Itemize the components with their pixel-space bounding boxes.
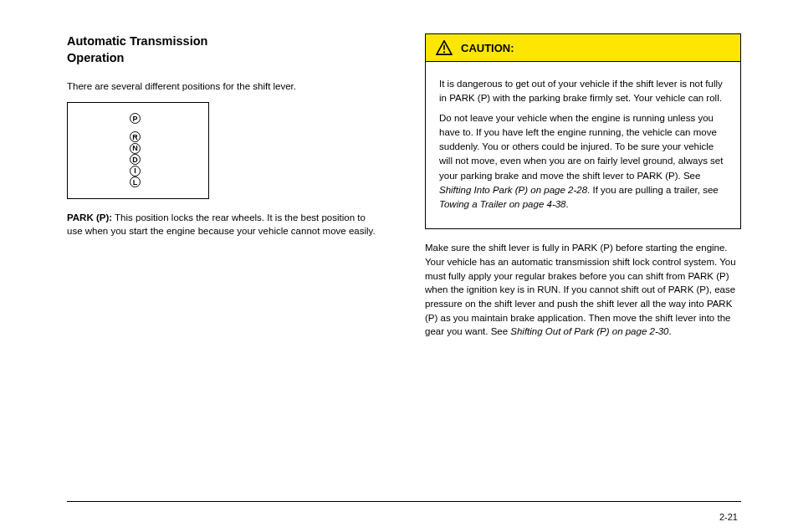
gear-row-p: P (79, 113, 197, 124)
gear-letter-r: R (130, 131, 141, 142)
gear-row-l: L (79, 176, 197, 187)
gear-row-d: D (79, 154, 197, 165)
gear-letter-l: L (130, 176, 141, 187)
below-link: Shifting Out of Park (P) on page 2-30 (510, 326, 668, 336)
svg-point-2 (443, 51, 445, 53)
below-text: Make sure the shift lever is fully in PA… (425, 243, 736, 336)
caution-p2-end: . (566, 199, 569, 209)
below-end: . (669, 326, 672, 336)
park-body: This position locks the rear wheels. It … (67, 212, 376, 237)
section-heading: Automatic Transmission Operation (67, 33, 383, 66)
caution-p2-link1: Shifting Into Park (P) on page 2-28 (439, 185, 587, 195)
gear-row-r: R (79, 131, 197, 142)
caution-p2-text: Do not leave your vehicle when the engin… (439, 113, 723, 181)
caution-p2-after: . If you are pulling a trailer, see (587, 185, 719, 195)
gear-diagram: P R N D I L (67, 102, 209, 199)
caution-label: CAUTION: (461, 42, 514, 54)
caution-p1: It is dangerous to get out of your vehic… (439, 77, 727, 106)
caution-p2-link2: Towing a Trailer on page 4-38 (439, 199, 566, 209)
gear-letter-p: P (130, 113, 141, 124)
manual-page: Automatic Transmission Operation There a… (0, 0, 798, 532)
caution-box: CAUTION: It is dangerous to get out of y… (425, 33, 741, 229)
intro-text: There are several different positions fo… (67, 79, 383, 94)
footer-rule (67, 501, 741, 502)
caution-p2: Do not leave your vehicle when the engin… (439, 111, 727, 212)
two-column-layout: Automatic Transmission Operation There a… (67, 33, 741, 468)
park-description: PARK (P): This position locks the rear w… (67, 211, 383, 238)
gear-letter-d: D (130, 154, 141, 165)
left-column: Automatic Transmission Operation There a… (67, 33, 383, 468)
park-label: PARK (P): (67, 212, 112, 223)
right-column: CAUTION: It is dangerous to get out of y… (425, 33, 741, 468)
below-caution-text: Make sure the shift lever is fully in PA… (425, 241, 741, 339)
gear-row-i: I (79, 166, 197, 176)
caution-header: CAUTION: (426, 34, 740, 62)
heading-line-1: Automatic Transmission (67, 34, 207, 48)
gear-letter-i: I (130, 166, 141, 176)
warning-icon (436, 40, 453, 55)
page-number: 2-21 (719, 512, 738, 522)
gear-row-n: N (79, 143, 197, 154)
heading-line-2: Operation (67, 51, 124, 64)
gear-letter-n: N (130, 143, 141, 154)
caution-body: It is dangerous to get out of your vehic… (426, 62, 740, 228)
